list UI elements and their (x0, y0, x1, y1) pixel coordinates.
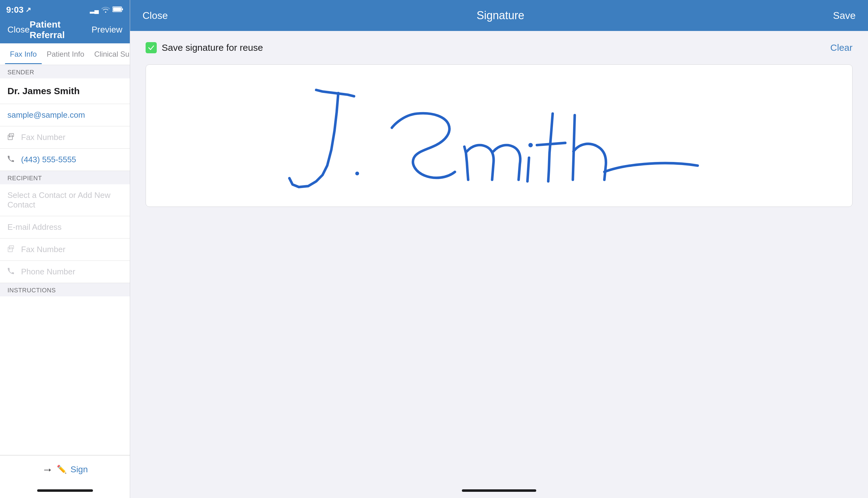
signature-close-button[interactable]: Close (143, 10, 168, 21)
nav-title: Patient Referral (30, 19, 92, 40)
time-display: 9:03 (6, 5, 24, 15)
save-signature-label: Save signature for reuse (162, 42, 263, 53)
svg-rect-1 (113, 8, 121, 11)
signature-home-indicator (462, 489, 536, 492)
svg-rect-3 (8, 135, 12, 140)
recipient-phone-placeholder: Phone Number (21, 267, 75, 277)
sender-fax-row[interactable]: Fax Number (0, 126, 130, 149)
sign-button[interactable]: Sign (70, 464, 88, 474)
close-button[interactable]: Close (8, 25, 30, 35)
sign-bar: → ✏️ Sign (0, 455, 130, 483)
signature-modal: Close Signature Save Save signature for … (130, 0, 868, 498)
recipient-fax-placeholder: Fax Number (21, 245, 65, 254)
sender-phone[interactable]: (443) 555-5555 (21, 155, 76, 165)
sender-phone-row[interactable]: (443) 555-5555 (0, 149, 130, 171)
recipient-contact-placeholder: Select a Contact or Add New Contact (8, 191, 122, 210)
status-icons: ▂▄ (90, 6, 123, 14)
tab-patient-info[interactable]: Patient Info (42, 44, 89, 64)
instructions-section-header: INSTRUCTIONS (0, 283, 130, 297)
pen-icon: ✏️ (57, 464, 67, 474)
signature-nav-bar: Close Signature Save (130, 0, 868, 31)
home-indicator (37, 489, 93, 492)
phone-icon (8, 156, 16, 164)
right-panel: Close Signature Save Save signature for … (130, 0, 868, 498)
sender-email-row: sample@sample.com (0, 104, 130, 126)
recipient-contact-row[interactable]: Select a Contact or Add New Contact (0, 184, 130, 216)
recipient-fax-row[interactable]: Fax Number (0, 238, 130, 261)
fax-icon (8, 133, 16, 142)
left-panel: 9:03 ↗ ▂▄ Close Patient R (0, 0, 130, 498)
preview-button[interactable]: Preview (91, 25, 122, 35)
status-bar: 9:03 ↗ ▂▄ (0, 0, 130, 18)
signature-home-bar (130, 480, 868, 498)
tab-bar: Fax Info Patient Info Clinical Summary C… (0, 43, 130, 65)
arrow-icon: → (42, 463, 53, 476)
recipient-email-row[interactable]: E-mail Address (0, 216, 130, 238)
tab-fax-info[interactable]: Fax Info (5, 44, 42, 64)
save-signature-checkbox[interactable] (146, 42, 157, 53)
recipient-phone-icon (8, 267, 16, 276)
instructions-input[interactable] (0, 297, 130, 455)
sender-section-header: SENDER (0, 65, 130, 78)
recipient-section-header: RECIPIENT (0, 171, 130, 184)
svg-point-9 (355, 172, 359, 175)
clear-button[interactable]: Clear (830, 42, 853, 53)
tab-clinical-summary[interactable]: Clinical Summary (89, 44, 130, 64)
home-indicator-bar (0, 483, 130, 498)
sender-name-row: Dr. James Smith (0, 78, 130, 104)
signal-icon: ▂▄ (90, 6, 99, 14)
svg-point-10 (528, 143, 533, 147)
location-icon: ↗ (25, 6, 31, 14)
battery-icon (113, 6, 123, 14)
signature-canvas[interactable] (146, 64, 853, 207)
nav-bar: Close Patient Referral Preview (0, 18, 130, 43)
signature-save-button[interactable]: Save (833, 10, 856, 21)
signature-options-row: Save signature for reuse Clear (130, 31, 868, 64)
svg-rect-6 (8, 247, 12, 252)
wifi-icon (101, 6, 110, 14)
sender-email[interactable]: sample@sample.com (8, 110, 85, 120)
sender-name: Dr. James Smith (8, 86, 80, 96)
status-time: 9:03 ↗ (6, 5, 31, 15)
recipient-phone-row[interactable]: Phone Number (0, 261, 130, 283)
sender-fax-placeholder: Fax Number (21, 133, 65, 142)
signature-title: Signature (476, 9, 524, 22)
svg-rect-8 (9, 248, 10, 249)
svg-rect-5 (9, 136, 10, 137)
svg-rect-2 (122, 8, 123, 10)
save-signature-row: Save signature for reuse (146, 42, 263, 53)
recipient-email-placeholder: E-mail Address (8, 222, 62, 232)
recipient-fax-icon (8, 245, 16, 254)
